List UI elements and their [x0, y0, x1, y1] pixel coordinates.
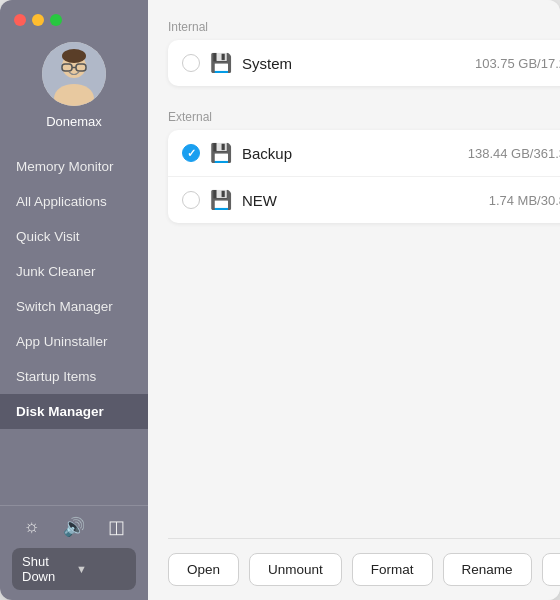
- disk-size-system: 103.75 GB/17.27 GB: [475, 56, 560, 71]
- format-button[interactable]: Format: [352, 553, 433, 586]
- nav-items: Memory Monitor All Applications Quick Vi…: [0, 145, 148, 505]
- shutdown-button[interactable]: Shut Down ▼: [12, 548, 136, 590]
- main-footer: Open Unmount Format Rename Eject: [168, 538, 560, 600]
- disk-item-backup[interactable]: 💾 Backup 138.44 GB/361.32 GB: [168, 130, 560, 177]
- bottom-icons: ☼ 🔊 ◫: [12, 516, 136, 538]
- brightness-icon[interactable]: ☼: [23, 516, 40, 538]
- display-icon[interactable]: ◫: [108, 516, 125, 538]
- sidebar-item-memory-monitor[interactable]: Memory Monitor: [0, 149, 148, 184]
- sidebar-bottom: ☼ 🔊 ◫ Shut Down ▼: [0, 505, 148, 600]
- external-disk-list: 💾 Backup 138.44 GB/361.32 GB 💾 NEW 1.74 …: [168, 130, 560, 223]
- open-button[interactable]: Open: [168, 553, 239, 586]
- rename-button[interactable]: Rename: [443, 553, 532, 586]
- disk-item-new[interactable]: 💾 NEW 1.74 MB/30.84 GB: [168, 177, 560, 223]
- svg-point-3: [62, 49, 86, 63]
- internal-disk-list: 💾 System 103.75 GB/17.27 GB: [168, 40, 560, 86]
- avatar-section: Donemax: [0, 34, 148, 145]
- disk-name-system: System: [242, 55, 475, 72]
- sidebar-item-junk-cleaner[interactable]: Junk Cleaner: [0, 254, 148, 289]
- sidebar: Donemax Memory Monitor All Applications …: [0, 0, 148, 600]
- internal-label: Internal: [168, 20, 560, 34]
- avatar: [42, 42, 106, 106]
- internal-section: Internal 💾 System 103.75 GB/17.27 GB: [168, 20, 560, 100]
- unmount-button[interactable]: Unmount: [249, 553, 342, 586]
- sidebar-item-all-applications[interactable]: All Applications: [0, 184, 148, 219]
- traffic-lights: [0, 0, 148, 34]
- disk-drive-icon: 💾: [210, 52, 232, 74]
- sidebar-item-switch-manager[interactable]: Switch Manager: [0, 289, 148, 324]
- disk-external-icon-new: 💾: [210, 189, 232, 211]
- disk-size-new: 1.74 MB/30.84 GB: [489, 193, 560, 208]
- sidebar-item-startup-items[interactable]: Startup Items: [0, 359, 148, 394]
- minimize-button[interactable]: [32, 14, 44, 26]
- sidebar-item-disk-manager[interactable]: Disk Manager: [0, 394, 148, 429]
- disk-external-icon-backup: 💾: [210, 142, 232, 164]
- external-label: External: [168, 110, 560, 124]
- shutdown-label: Shut Down: [22, 554, 72, 584]
- volume-icon[interactable]: 🔊: [63, 516, 85, 538]
- disk-name-backup: Backup: [242, 145, 468, 162]
- disk-item-system[interactable]: 💾 System 103.75 GB/17.27 GB: [168, 40, 560, 86]
- username-label: Donemax: [46, 114, 102, 129]
- close-button[interactable]: [14, 14, 26, 26]
- disk-radio-backup[interactable]: [182, 144, 200, 162]
- disk-size-backup: 138.44 GB/361.32 GB: [468, 146, 560, 161]
- main-content: Internal 💾 System 103.75 GB/17.27 GB Ext…: [148, 0, 560, 600]
- disk-name-new: NEW: [242, 192, 489, 209]
- sidebar-item-app-uninstaller[interactable]: App Uninstaller: [0, 324, 148, 359]
- external-section: External 💾 Backup 138.44 GB/361.32 GB 💾 …: [168, 110, 560, 237]
- disk-radio-system[interactable]: [182, 54, 200, 72]
- chevron-down-icon: ▼: [76, 563, 126, 575]
- disk-radio-new[interactable]: [182, 191, 200, 209]
- eject-button[interactable]: Eject: [542, 553, 560, 586]
- sidebar-item-quick-visit[interactable]: Quick Visit: [0, 219, 148, 254]
- maximize-button[interactable]: [50, 14, 62, 26]
